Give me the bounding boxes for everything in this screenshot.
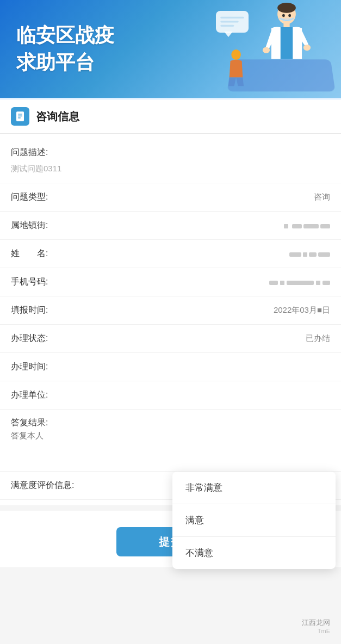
- section-icon: [11, 107, 29, 126]
- district-row: 属地镇街:: [0, 212, 341, 240]
- svg-point-7: [282, 14, 285, 17]
- form-area: 问题描述: 测试问题0311 问题类型: 咨询 属地镇街: 姓 名:: [0, 134, 341, 505]
- status-value: 已办结: [306, 333, 330, 344]
- satisfaction-label: 满意度评价信息:: [11, 480, 74, 491]
- problem-type-label: 问题类型:: [11, 191, 65, 203]
- person-figure: [224, 49, 249, 87]
- fill-time-value: 2022年03月■日: [274, 305, 330, 315]
- district-value: [284, 221, 330, 230]
- document-icon: [15, 111, 26, 122]
- status-label: 办理状态:: [11, 333, 65, 344]
- reply-row: 答复结果:: [0, 410, 341, 472]
- svg-rect-15: [18, 117, 21, 119]
- name-row: 姓 名:: [0, 240, 341, 268]
- watermark-line1: 江西龙网: [302, 618, 330, 628]
- fill-time-label: 填报时间:: [11, 305, 65, 316]
- reply-label: 答复结果:: [11, 417, 65, 429]
- section-header: 咨询信息: [0, 98, 341, 134]
- name-label: 姓 名:: [11, 248, 65, 259]
- phone-value: [269, 277, 330, 287]
- option-unsatisfied[interactable]: 不满意: [172, 537, 336, 569]
- problem-desc-value: 测试问题0311: [11, 163, 61, 175]
- svg-rect-14: [18, 116, 22, 117]
- banner-title: 临安区战疫 求助平台: [16, 22, 114, 77]
- phone-label: 手机号码:: [11, 276, 65, 288]
- handle-time-label: 办理时间:: [11, 361, 65, 373]
- option-very-satisfied[interactable]: 非常满意: [172, 472, 336, 504]
- section-title: 咨询信息: [36, 109, 79, 124]
- svg-point-9: [263, 47, 270, 53]
- footer-watermark: 江西龙网 TmE: [302, 618, 330, 634]
- watermark-line2: TmE: [318, 628, 330, 634]
- handle-unit-label: 办理单位:: [11, 389, 65, 401]
- svg-point-8: [288, 14, 291, 17]
- status-row: 办理状态: 已办结: [0, 325, 341, 353]
- problem-desc-label: 问题描述:: [11, 147, 48, 158]
- problem-type-row: 问题类型: 咨询: [0, 183, 341, 212]
- district-label: 属地镇街:: [11, 220, 65, 231]
- phone-row: 手机号码:: [0, 268, 341, 296]
- svg-point-4: [277, 3, 296, 13]
- satisfaction-row: 满意度评价信息: 请选择满意度评价 ▼ 非常满意 满意 不满意: [0, 472, 341, 500]
- svg-rect-13: [18, 114, 22, 115]
- svg-point-10: [303, 45, 311, 51]
- doctor-illustration: [224, 3, 333, 98]
- problem-type-value: 咨询: [314, 192, 330, 202]
- handle-time-row: 办理时间:: [0, 353, 341, 381]
- fill-time-row: 填报时间: 2022年03月■日: [0, 296, 341, 325]
- banner: 临安区战疫 求助平台: [0, 0, 341, 98]
- handle-unit-row: 办理单位:: [0, 381, 341, 410]
- satisfaction-dropdown: 非常满意 满意 不满意: [172, 472, 336, 569]
- option-satisfied[interactable]: 满意: [172, 504, 336, 537]
- svg-point-11: [231, 49, 241, 60]
- svg-rect-6: [281, 27, 293, 59]
- problem-desc-row: 问题描述: 测试问题0311: [0, 139, 341, 183]
- reply-textarea[interactable]: [11, 431, 330, 463]
- name-value: [289, 249, 330, 258]
